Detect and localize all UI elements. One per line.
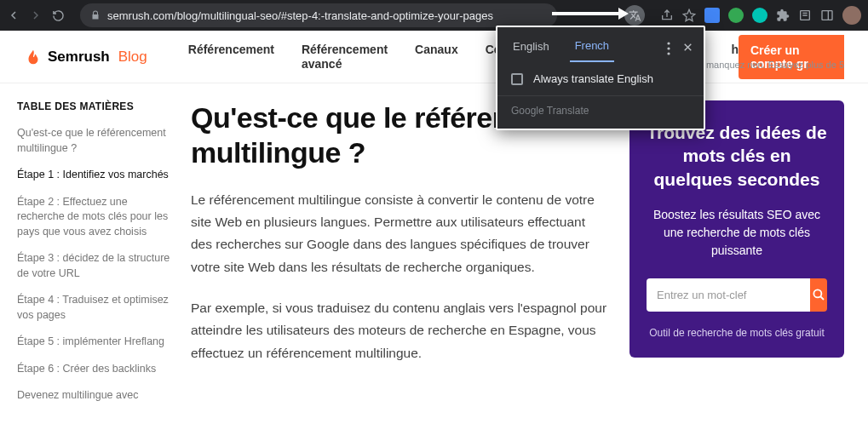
blog-label: Blog xyxy=(118,49,147,66)
always-translate-checkbox[interactable] xyxy=(511,73,523,85)
page-body: TABLE DES MATIÈRES Qu'est-ce que le réfé… xyxy=(0,83,868,415)
svg-point-5 xyxy=(813,290,821,298)
translate-popup: English French Always translate English … xyxy=(496,26,705,130)
svg-point-4 xyxy=(667,52,670,54)
site-logo[interactable]: Semrush Blog xyxy=(24,49,147,66)
url-text: semrush.com/blog/multilingual-seo/#step-… xyxy=(107,9,493,22)
translate-tab-french[interactable]: French xyxy=(570,34,614,62)
reload-icon[interactable] xyxy=(51,9,65,22)
svg-rect-1 xyxy=(822,11,832,20)
site-header: Semrush Blog Référencement Référencement… xyxy=(0,31,868,83)
create-account-button[interactable]: Créer un compte gr xyxy=(739,35,844,79)
extension-icon-3[interactable] xyxy=(752,8,767,23)
article-paragraph: Par exemple, si vous traduisez du conten… xyxy=(191,297,609,364)
extensions-icon[interactable] xyxy=(776,9,790,22)
toc-item[interactable]: Qu'est-ce que le référencement multiling… xyxy=(17,126,170,156)
article-paragraph: Le référencement multilingue consiste à … xyxy=(191,189,609,278)
toc-item[interactable]: Devenez multilingue avec xyxy=(17,388,170,404)
share-icon[interactable] xyxy=(660,9,674,22)
annotation-arrow xyxy=(552,12,620,15)
nav-item-canaux[interactable]: Canaux xyxy=(415,43,458,72)
browser-actions xyxy=(660,6,861,25)
browser-toolbar: semrush.com/blog/multilingual-seo/#step-… xyxy=(0,0,868,31)
promo-footer: Outil de recherche de mots clés gratuit xyxy=(647,327,827,339)
kebab-icon[interactable] xyxy=(667,42,670,55)
table-of-contents: TABLE DES MATIÈRES Qu'est-ce que le réfé… xyxy=(17,100,170,415)
toc-item[interactable]: Étape 2 : Effectuez une recherche de mot… xyxy=(17,195,170,240)
close-icon[interactable] xyxy=(682,42,693,55)
always-translate-label: Always translate English xyxy=(533,72,653,85)
forward-icon[interactable] xyxy=(29,9,43,22)
translate-tab-english[interactable]: English xyxy=(508,35,555,61)
nav-item-referencement-avance[interactable]: Référencement avancé xyxy=(302,43,388,72)
toc-item[interactable]: Étape 1 : Identifiez vos marchés xyxy=(17,168,170,183)
promo-card: Trouvez des idées de mots clés en quelqu… xyxy=(629,100,844,358)
article-content: Qu'est-ce que le référencement multiling… xyxy=(191,100,609,415)
flame-icon xyxy=(24,49,41,66)
lock-icon xyxy=(90,10,101,20)
svg-point-2 xyxy=(667,42,670,44)
profile-avatar[interactable] xyxy=(842,6,861,25)
keyword-search-button[interactable] xyxy=(810,278,827,312)
toc-item[interactable]: Étape 6 : Créer des backlinks xyxy=(17,362,170,377)
translate-footer: Google Translate xyxy=(497,96,704,129)
star-icon[interactable] xyxy=(682,9,696,22)
nav-item-referencement[interactable]: Référencement xyxy=(188,43,274,72)
reading-list-icon[interactable] xyxy=(798,9,812,22)
toc-title: TABLE DES MATIÈRES xyxy=(17,100,170,112)
back-icon[interactable] xyxy=(7,9,20,22)
toc-item[interactable]: Étape 5 : implémenter Hreflang xyxy=(17,335,170,350)
extension-icon-1[interactable] xyxy=(704,8,720,23)
extension-icon-2[interactable] xyxy=(728,8,744,23)
panel-icon[interactable] xyxy=(820,9,834,22)
url-bar[interactable]: semrush.com/blog/multilingual-seo/#step-… xyxy=(80,3,557,27)
toc-item[interactable]: Étape 4 : Traduisez et optimisez vos pag… xyxy=(17,293,170,323)
promo-subtitle: Boostez les résultats SEO avec une reche… xyxy=(647,206,827,260)
brand-text: Semrush xyxy=(48,49,110,66)
promo-title: Trouvez des idées de mots clés en quelqu… xyxy=(647,121,827,191)
keyword-input[interactable] xyxy=(647,278,810,312)
svg-point-3 xyxy=(667,47,670,49)
header-subline: Ne manquez rien. Essayez plus de 5 xyxy=(692,60,844,70)
search-icon xyxy=(811,287,826,302)
toc-item[interactable]: Étape 3 : décidez de la structure de vot… xyxy=(17,251,170,281)
